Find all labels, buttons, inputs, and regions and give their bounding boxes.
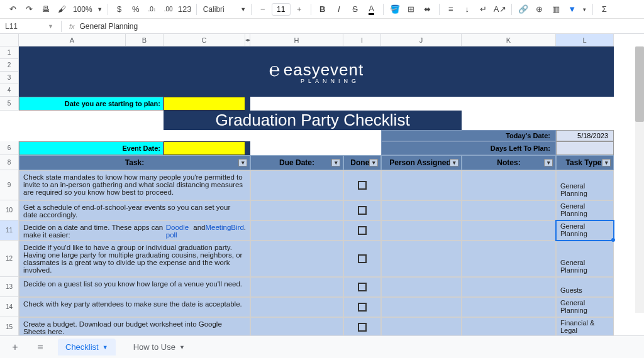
font-size-increase-icon[interactable]: + <box>292 2 307 17</box>
font-size-input[interactable] <box>272 3 291 16</box>
active-cell-ref[interactable]: L11 <box>5 22 43 31</box>
row-header[interactable]: 9 <box>0 170 19 200</box>
tab-checklist[interactable]: Checklist▼ <box>58 339 116 355</box>
currency-icon[interactable]: $ <box>112 2 127 17</box>
name-box-dropdown-icon[interactable]: ▼ <box>48 23 53 30</box>
redo-icon[interactable]: ↷ <box>21 2 36 17</box>
checkbox-icon[interactable] <box>358 254 367 263</box>
due-date-cell[interactable] <box>250 200 343 220</box>
person-cell[interactable] <box>381 200 462 220</box>
checkbox-icon[interactable] <box>358 303 367 312</box>
tab-dropdown-icon[interactable]: ▼ <box>103 344 108 350</box>
spreadsheet-grid[interactable]: A B C ◂▸ H I J K L 1 ℮easyevent PLANNING… <box>0 34 644 335</box>
person-cell[interactable] <box>381 317 462 335</box>
due-date-cell[interactable] <box>250 277 343 297</box>
notes-cell[interactable] <box>462 200 556 220</box>
zoom-level[interactable]: 100% <box>70 5 95 14</box>
functions-icon[interactable]: Σ <box>597 2 612 17</box>
header-done[interactable]: Done?▾ <box>343 155 381 170</box>
done-cell[interactable] <box>343 297 381 317</box>
due-date-cell[interactable] <box>250 170 343 200</box>
header-notes[interactable]: Notes:▾ <box>462 155 556 170</box>
row-header[interactable]: 11 <box>0 220 19 241</box>
paint-format-icon[interactable]: 🖌 <box>54 2 69 17</box>
task-type-cell[interactable]: Guests <box>556 277 614 297</box>
merge-cells-icon[interactable]: ⬌ <box>420 2 435 17</box>
font-size-decrease-icon[interactable]: − <box>255 2 270 17</box>
notes-cell[interactable] <box>462 241 556 277</box>
header-due[interactable]: Due Date:▾ <box>250 155 343 170</box>
done-cell[interactable] <box>343 317 381 335</box>
task-cell[interactable]: Check state mandates to know how many pe… <box>19 170 250 200</box>
row-header[interactable]: 13 <box>0 277 19 297</box>
text-wrap-icon[interactable]: ↵ <box>476 2 491 17</box>
all-sheets-icon[interactable]: ≡ <box>33 342 48 353</box>
link[interactable]: Doodle poll <box>166 224 193 239</box>
person-cell[interactable] <box>381 297 462 317</box>
header-type[interactable]: Task Type:▾ <box>556 155 614 170</box>
italic-icon[interactable]: I <box>331 2 347 17</box>
percent-icon[interactable]: % <box>128 2 143 17</box>
task-cell[interactable]: Check with key party attendees to make s… <box>19 297 250 317</box>
insert-chart-icon[interactable]: ▥ <box>548 2 564 17</box>
task-type-cell[interactable]: General Planning <box>556 200 614 220</box>
font-family[interactable]: Calibri <box>201 5 238 14</box>
person-cell[interactable] <box>381 277 462 297</box>
fill-color-icon[interactable]: 🪣 <box>387 2 402 17</box>
horizontal-align-icon[interactable]: ≡ <box>443 2 458 17</box>
checkbox-icon[interactable] <box>358 226 367 235</box>
task-cell[interactable]: Decide if you'd like to have a group or … <box>19 241 250 277</box>
col-header-i[interactable]: I <box>343 34 381 46</box>
decrease-decimal-icon[interactable]: .0↓ <box>145 2 160 17</box>
notes-cell[interactable] <box>462 277 556 297</box>
due-date-cell[interactable] <box>250 297 343 317</box>
font-dropdown-icon[interactable]: ▼ <box>240 2 247 17</box>
col-header-k[interactable]: K <box>462 34 556 46</box>
row-header[interactable]: 6 <box>0 141 19 155</box>
row-header[interactable]: 12 <box>0 241 19 277</box>
text-rotation-icon[interactable]: A↗ <box>492 2 508 17</box>
col-header-collapsed[interactable]: ◂▸ <box>245 34 250 46</box>
header-person[interactable]: Person Assigned:▾ <box>381 155 462 170</box>
notes-cell[interactable] <box>462 220 556 241</box>
formula-input[interactable] <box>79 22 639 31</box>
row-header[interactable]: 2 <box>0 59 19 72</box>
filter-icon[interactable]: ▼ <box>565 2 580 17</box>
person-cell[interactable] <box>381 241 462 277</box>
done-cell[interactable] <box>343 277 381 297</box>
due-date-cell[interactable] <box>250 317 343 335</box>
filter-dropdown-icon[interactable]: ▾ <box>544 159 553 166</box>
done-cell[interactable] <box>343 200 381 220</box>
checkbox-icon[interactable] <box>358 323 367 332</box>
row-header[interactable]: 15 <box>0 317 19 335</box>
due-date-cell[interactable] <box>250 220 343 241</box>
zoom-dropdown-icon[interactable]: ▼ <box>96 2 104 17</box>
vertical-scrollbar[interactable] <box>635 46 644 313</box>
strikethrough-icon[interactable]: S <box>348 2 363 17</box>
vertical-align-icon[interactable]: ↓ <box>460 2 475 17</box>
link[interactable]: MeetingBird <box>205 224 243 231</box>
start-plan-input[interactable] <box>164 97 245 111</box>
filter-dropdown-icon[interactable]: ▾ <box>369 159 378 166</box>
col-header-l[interactable]: L <box>556 34 614 46</box>
due-date-cell[interactable] <box>250 241 343 277</box>
insert-link-icon[interactable]: 🔗 <box>516 2 531 17</box>
col-header-j[interactable]: J <box>381 34 462 46</box>
undo-icon[interactable]: ↶ <box>5 2 20 17</box>
task-cell[interactable]: Decide on a date and time. These apps ca… <box>19 220 250 241</box>
bold-icon[interactable]: B <box>315 2 330 17</box>
person-cell[interactable] <box>381 220 462 241</box>
row-header[interactable]: 3 <box>0 72 19 84</box>
col-header-b[interactable]: B <box>126 34 164 46</box>
add-sheet-icon[interactable]: + <box>8 342 23 353</box>
row-header[interactable]: 8 <box>0 155 19 170</box>
checkbox-icon[interactable] <box>358 181 367 190</box>
select-all-corner[interactable] <box>0 34 19 46</box>
task-type-cell[interactable]: General Planning <box>556 170 614 200</box>
borders-icon[interactable]: ⊞ <box>404 2 419 17</box>
row-header[interactable]: 1 <box>0 46 19 59</box>
col-header-h[interactable]: H <box>250 34 343 46</box>
filter-dropdown-icon[interactable]: ▾ <box>450 159 458 166</box>
insert-comment-icon[interactable]: ⊕ <box>532 2 547 17</box>
header-task[interactable]: Task:▾ <box>19 155 250 170</box>
